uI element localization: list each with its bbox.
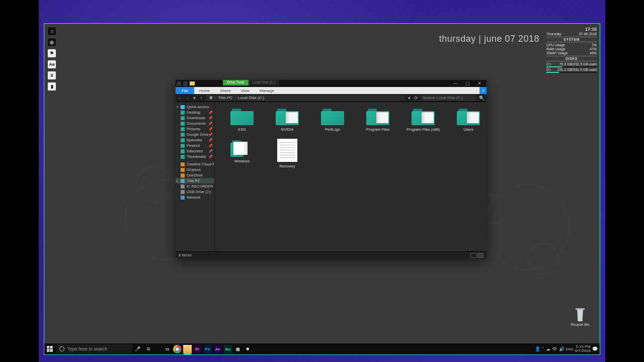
desktop-shortcut-excel[interactable]: X	[47, 71, 56, 80]
taskbar-pins: ▭PrPsAeAu▤❄	[163, 345, 252, 353]
folder-program-files-x86-[interactable]: Program Files (x86)	[403, 106, 443, 133]
sidebar-item-label: Desktop	[187, 110, 201, 115]
task-view-button[interactable]: ⧉	[143, 343, 154, 354]
search-input[interactable]: Search Local Disk (C:)	[421, 95, 476, 101]
system-tray[interactable]: 👤 ˄ ☁ 🔊 ENG 5:15 PM 6/7/2018 💬	[535, 345, 600, 353]
taskbar-pin-rainmeter[interactable]: ❄	[244, 345, 252, 353]
chevron-icon[interactable]: ▾	[177, 105, 179, 109]
taskbar-pin-task-view[interactable]: ▭	[163, 345, 172, 353]
status-bar: 8 items	[176, 251, 487, 258]
folder-nvidia[interactable]: NVIDIA	[267, 106, 307, 133]
view-icons-button[interactable]	[477, 253, 484, 258]
tray-date[interactable]: 6/7/2018	[575, 349, 591, 353]
desktop-shortcut-itunes[interactable]: ♫	[47, 27, 56, 36]
tray-chevron-icon[interactable]: ˄	[542, 346, 544, 351]
nav-recent-button[interactable]: ▾	[192, 96, 197, 101]
folder-icon	[181, 149, 185, 153]
action-center-icon[interactable]: 💬	[592, 346, 598, 351]
item-label: Users	[463, 127, 473, 132]
ribbon-tab-home[interactable]: Home	[194, 87, 215, 94]
crumb-dropdown-button[interactable]: ▾	[407, 96, 412, 101]
taskbar-pin-notes[interactable]: ▤	[233, 345, 242, 353]
sidebar-item-creative-cloud-files[interactable]: Creative Cloud Files	[176, 161, 214, 167]
view-details-button[interactable]	[470, 253, 476, 258]
sidebar-item-label: Finance	[187, 143, 200, 148]
taskbar-pin-audition[interactable]: Au	[223, 345, 232, 353]
folder-esd[interactable]: ESD	[222, 106, 262, 133]
breadcrumb[interactable]: 🖥› This PC› Local Disk (C:)	[206, 95, 405, 101]
ribbon-tab-manage[interactable]: Manage	[255, 87, 279, 94]
ribbon-tab-share[interactable]: Share	[215, 87, 235, 94]
sidebar-item-documents[interactable]: Documents📌	[176, 121, 214, 126]
sidebar-item-dropbox[interactable]: Dropbox	[176, 167, 214, 172]
language-icon[interactable]: ENG	[566, 347, 574, 351]
crumb-this-pc[interactable]: This PC	[218, 96, 232, 100]
sidebar-item-quick-access[interactable]: ▾Quick access	[176, 104, 214, 110]
nav-forward-button[interactable]: →	[185, 96, 190, 101]
chevron-icon[interactable]: ▸	[177, 179, 179, 183]
sidebar-item-onedrive[interactable]: OneDrive	[176, 172, 214, 178]
taskbar[interactable]: Type here to search 🎤 ⧉ ▭PrPsAeAu▤❄ 👤 ˄ …	[44, 343, 600, 354]
file-recovery[interactable]: Recovery	[267, 138, 307, 169]
sidebar-item-fullscreen[interactable]: fullscreen📌	[176, 148, 214, 154]
folder-perflogs[interactable]: PerfLogs	[312, 106, 353, 133]
sidebar-item-downloads[interactable]: Downloads📌	[176, 115, 214, 121]
taskbar-pin-photoshop[interactable]: Ps	[203, 345, 212, 353]
crumb-drive[interactable]: Local Disk (C:)	[238, 96, 264, 100]
folder-windows[interactable]: Windows	[222, 138, 262, 169]
nav-up-button[interactable]: ↑	[199, 96, 204, 101]
folder-icon	[181, 190, 185, 194]
sidebar-item-label: IC RECORDER (M:)	[187, 184, 215, 189]
desktop-shortcut-after-effects[interactable]: Ae	[47, 60, 56, 69]
ribbon-tab-view[interactable]: View	[236, 87, 255, 94]
taskbar-pin-explorer[interactable]	[183, 345, 192, 353]
qat-icon[interactable]	[183, 81, 188, 86]
people-icon[interactable]: 👤	[535, 346, 540, 351]
close-button[interactable]: ✕	[473, 80, 486, 87]
folder-program-files[interactable]: Program Files	[358, 106, 398, 133]
onedrive-icon[interactable]: ☁	[546, 346, 550, 351]
maximize-button[interactable]: ▢	[461, 80, 473, 87]
sidebar-item-label: Google Drive	[187, 132, 209, 137]
sidebar-item-usb-drive-j-[interactable]: USB Drive (J:)	[176, 189, 214, 195]
taskbar-search[interactable]: Type here to search	[56, 344, 132, 353]
file-explorer-window[interactable]: Drive Tools Local Disk (C:) — ▢ ✕ File H…	[176, 80, 487, 258]
ribbon-help-button[interactable]: ?	[479, 87, 487, 94]
sidebar-item-desktop[interactable]: Desktop📌	[176, 110, 214, 115]
folder-users[interactable]: Users	[448, 106, 487, 133]
recycle-bin[interactable]: Recycle Bin	[568, 308, 593, 326]
taskbar-pin-after-effects[interactable]: Ae	[213, 345, 222, 353]
desktop[interactable]: thursday | june 07 2018 17:15 Thursday07…	[44, 23, 600, 355]
minimize-button[interactable]: —	[449, 80, 461, 87]
start-button[interactable]	[44, 343, 55, 354]
windows-icon	[47, 346, 53, 352]
explorer-sidebar[interactable]: ▾Quick accessDesktop📌Downloads📌Documents…	[176, 102, 215, 251]
window-titlebar[interactable]: Drive Tools Local Disk (C:) — ▢ ✕	[176, 80, 487, 87]
sidebar-item-thumbnails[interactable]: Thumbnails📌	[176, 154, 214, 159]
sidebar-item-this-pc[interactable]: ▸This PC	[176, 178, 214, 184]
sidebar-item-episodes[interactable]: Episodes📌	[176, 137, 214, 143]
sidebar-item-pictures[interactable]: Pictures📌	[176, 126, 214, 132]
desktop-shortcut-library[interactable]: ▮	[47, 82, 56, 91]
system-monitor-widget[interactable]: 17:15 Thursday07.06.2018 SYSTEM CPU Usag…	[546, 27, 597, 73]
item-label: PerfLogs	[325, 127, 340, 132]
taskbar-pin-chrome[interactable]	[173, 345, 182, 353]
trash-icon	[575, 308, 586, 321]
sidebar-item-network[interactable]: Network	[176, 195, 214, 200]
desktop-shortcut-chrome-canary[interactable]: ◎	[47, 38, 56, 47]
ribbon-file[interactable]: File	[176, 87, 194, 94]
sidebar-item-google-drive[interactable]: Google Drive📌	[176, 132, 214, 137]
contextual-tab-drive-tools[interactable]: Drive Tools	[223, 80, 249, 85]
mic-button[interactable]: 🎤	[132, 343, 143, 354]
control-menu-icon[interactable]	[177, 81, 181, 86]
desktop-shortcut-discord[interactable]: ⚑	[47, 49, 56, 58]
nav-back-button[interactable]: ←	[178, 96, 183, 101]
sidebar-item-label: fullscreen	[187, 149, 203, 153]
volume-icon[interactable]: 🔊	[559, 346, 565, 351]
explorer-content[interactable]: ESDNVIDIAPerfLogsProgram FilesProgram Fi…	[215, 102, 487, 251]
refresh-button[interactable]: ⟳	[414, 96, 419, 101]
taskbar-pin-premiere[interactable]: Pr	[193, 345, 202, 353]
wifi-icon[interactable]	[552, 346, 557, 352]
sidebar-item-finance[interactable]: Finance📌	[176, 143, 214, 148]
sidebar-item-ic-recorder-m-[interactable]: IC RECORDER (M:)	[176, 184, 214, 189]
